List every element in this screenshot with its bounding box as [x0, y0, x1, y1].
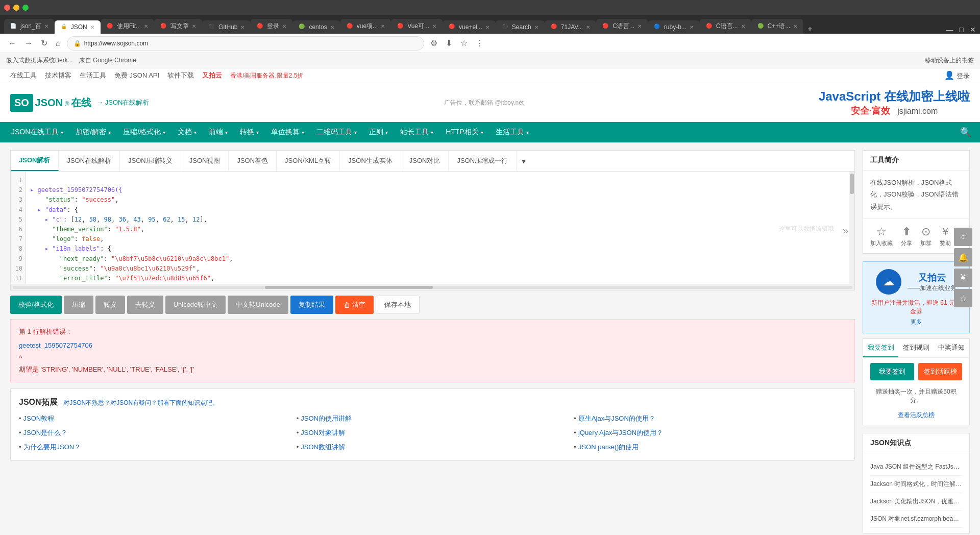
ext-link-ajax-json[interactable]: 原生Ajax与JSON的使用？ — [574, 414, 846, 423]
nav-software[interactable]: 软件下载 — [167, 71, 194, 80]
browser-tab-vue-can[interactable]: 🔴 Vue可... ✕ — [391, 19, 443, 34]
ext-link-json-usage[interactable]: JSON的使用讲解 — [297, 414, 569, 423]
mobile-bookmarks[interactable]: 移动设备上的书签 — [925, 56, 974, 65]
tab-close[interactable]: ✕ — [44, 23, 48, 29]
tab-json-color[interactable]: JSON着色 — [229, 151, 277, 171]
extensions-button[interactable]: ⚙ — [428, 36, 439, 50]
nav-online-tools[interactable]: 在线工具 — [10, 71, 37, 80]
ext-link-jquery-ajax[interactable]: jQuery Ajax与JSON的使用？ — [574, 428, 846, 437]
sidebar-icon-donate[interactable]: ¥ 赞助 — [940, 225, 951, 247]
save-local-button[interactable]: 保存本地 — [376, 296, 420, 314]
ext-link-why-json[interactable]: 为什么要用JSON？ — [19, 443, 291, 452]
floating-star-button[interactable]: ☆ — [954, 289, 972, 307]
tab-json-compress-escape[interactable]: JSON压缩转义 — [120, 151, 181, 171]
bookmark-embedded-db[interactable]: 嵌入式数据库系统Berk... — [6, 56, 73, 65]
hscroll-thumb[interactable] — [265, 286, 433, 289]
signin-tab-checkin[interactable]: 我要签到 — [863, 339, 898, 357]
view-activity-link[interactable]: 查看活跃总榜 — [863, 409, 969, 425]
back-button[interactable]: ← — [6, 37, 18, 50]
browser-tab-login[interactable]: 🔴 登录 ✕ — [251, 19, 292, 34]
nav-convert[interactable]: 转换 ▾ — [234, 122, 265, 142]
nav-regex[interactable]: 正则 ▾ — [363, 122, 394, 142]
browser-tab-ruby[interactable]: 🔵 ruby-b... ✕ — [648, 20, 700, 34]
tab-close[interactable]: ✕ — [330, 25, 334, 30]
tab-close[interactable]: ✕ — [690, 25, 694, 30]
maximize-button[interactable]: □ — [960, 26, 964, 34]
tab-close[interactable]: ✕ — [586, 25, 590, 30]
editor-content[interactable]: 12345 678910 1112131415 16 ▸ geetest_159… — [11, 172, 854, 284]
tab-close[interactable]: ✕ — [90, 25, 94, 30]
browser-tab-vue-proj[interactable]: 🔴 vue项... ✕ — [340, 19, 391, 34]
browser-tab-active[interactable]: 🔒 JSON ✕ — [55, 20, 101, 34]
browser-tab-c-lang[interactable]: 🔴 C语言... ✕ — [596, 19, 648, 34]
tab-close[interactable]: ✕ — [638, 23, 642, 29]
home-button[interactable]: ⌂ — [54, 37, 63, 50]
address-bar[interactable]: 🔒 https://www.sojson.com — [67, 36, 424, 51]
chinese-to-unicode-button[interactable]: 中文转Unicode — [228, 296, 288, 314]
signin-tab-notify[interactable]: 中奖通知 — [934, 339, 969, 357]
new-tab-button[interactable]: + — [807, 25, 812, 34]
ext-link-json-object[interactable]: JSON对象讲解 — [297, 428, 569, 437]
bookmark-google-chrome[interactable]: 来自 Google Chrome — [79, 56, 136, 65]
nav-youpai[interactable]: 又拍云 — [202, 71, 222, 80]
menu-button[interactable]: ⋮ — [474, 36, 486, 50]
browser-tab-github[interactable]: ⚫ GitHub ✕ — [202, 20, 251, 34]
minimize-button[interactable]: — — [946, 26, 953, 34]
knowledge-item-jackson-pretty[interactable]: Jackson 美化输出JSON，优雅的输出JS... — [870, 493, 962, 510]
floating-top-button[interactable]: ○ — [954, 228, 972, 246]
sidebar-icon-group[interactable]: ⊙ 加群 — [920, 225, 932, 247]
close-button[interactable]: ✕ — [970, 26, 976, 34]
tab-json-view[interactable]: JSON视图 — [181, 151, 229, 171]
tab-close[interactable]: ✕ — [144, 23, 148, 29]
compress-button[interactable]: 压缩 — [64, 296, 93, 314]
login-button[interactable]: 👤 登录 — [944, 70, 970, 81]
tab-close[interactable]: ✕ — [485, 25, 489, 30]
nav-compress[interactable]: 压缩/格式化 ▾ — [117, 122, 172, 142]
ext-link-json-tutorial[interactable]: JSON教程 — [19, 414, 291, 423]
browser-tab-fire[interactable]: 🔴 使用Fir... ✕ — [101, 19, 154, 34]
ext-link-json-parse[interactable]: JSON parse()的使用 — [574, 443, 846, 452]
tab-close[interactable]: ✕ — [793, 23, 797, 29]
browser-tab-71jav[interactable]: 🔴 71JAV... ✕ — [545, 20, 596, 34]
browser-tab-c-lang2[interactable]: 🔴 C语言... ✕ — [700, 19, 751, 34]
tab-close[interactable]: ✕ — [741, 23, 745, 29]
tab-close[interactable]: ✕ — [381, 23, 385, 29]
download-button[interactable]: ⬇ — [444, 36, 454, 50]
floating-money-button[interactable]: ¥ — [954, 269, 972, 287]
tab-json-oneline[interactable]: JSON压缩成一行 — [449, 151, 517, 171]
tab-close[interactable]: ✕ — [282, 23, 286, 29]
escape-button[interactable]: 转义 — [95, 296, 125, 314]
nav-life-tools[interactable]: 生活工具 — [80, 71, 106, 80]
browser-tab-cpp[interactable]: 🟢 C++语... ✕ — [751, 19, 804, 34]
nav-unit-calc[interactable]: 单位换算 ▾ — [265, 122, 310, 142]
tab-close[interactable]: ✕ — [192, 23, 196, 29]
tab-json-parse[interactable]: JSON解析 — [11, 151, 59, 171]
browser-tab-vue-el[interactable]: 🔴 vue+el... ✕ — [443, 20, 496, 34]
sidebar-icon-share[interactable]: ⬆ 分享 — [901, 225, 912, 247]
knowledge-item-fastjson[interactable]: Java JSON 组件选型之 FastJson 为什么... — [870, 458, 962, 476]
tab-close[interactable]: ✕ — [534, 25, 538, 30]
nav-json-api[interactable]: 免费 JSON API — [114, 71, 159, 80]
ext-link-json-array[interactable]: JSON数组讲解 — [297, 443, 569, 452]
tab-json-online-parse[interactable]: JSON在线解析 — [59, 151, 120, 171]
browser-tab-centos[interactable]: 🟢 centos ✕ — [292, 20, 340, 34]
editor-hscrollbar[interactable] — [11, 284, 854, 290]
ad-more-link[interactable]: 更多 — [870, 318, 962, 326]
signin-tab-rules[interactable]: 签到规则 — [898, 339, 934, 357]
nav-http[interactable]: HTTP相关 ▾ — [439, 122, 489, 142]
tab-json-compare[interactable]: JSON对比 — [401, 151, 449, 171]
nav-server-discount[interactable]: 香港/美国服务器,限量2.5折 — [230, 71, 303, 80]
knowledge-item-json-net[interactable]: JSON 对象net.sf.ezmorph.bean.Morph... — [870, 510, 962, 528]
floating-notify-button[interactable]: 🔔 — [954, 248, 972, 266]
nav-life[interactable]: 生活工具 ▾ — [489, 122, 535, 142]
nav-frontend[interactable]: 前端 ▾ — [203, 122, 234, 142]
nav-json-tools[interactable]: JSON在线工具 ▾ — [5, 122, 69, 142]
unescape-button[interactable]: 去转义 — [127, 296, 163, 314]
editor-code-area[interactable]: ▸ geetest_1595072754706({ "status": "suc… — [26, 172, 849, 284]
ext-link-what-json[interactable]: JSON是什么？ — [19, 428, 291, 437]
nav-qrcode[interactable]: 二维码工具 ▾ — [310, 122, 363, 142]
search-icon[interactable]: 🔍 — [957, 123, 975, 141]
editor-vscrollbar[interactable] — [849, 172, 854, 284]
bookmarks-button[interactable]: ☆ — [458, 36, 470, 50]
activity-leaderboard-button[interactable]: 签到活跃榜 — [918, 363, 962, 380]
